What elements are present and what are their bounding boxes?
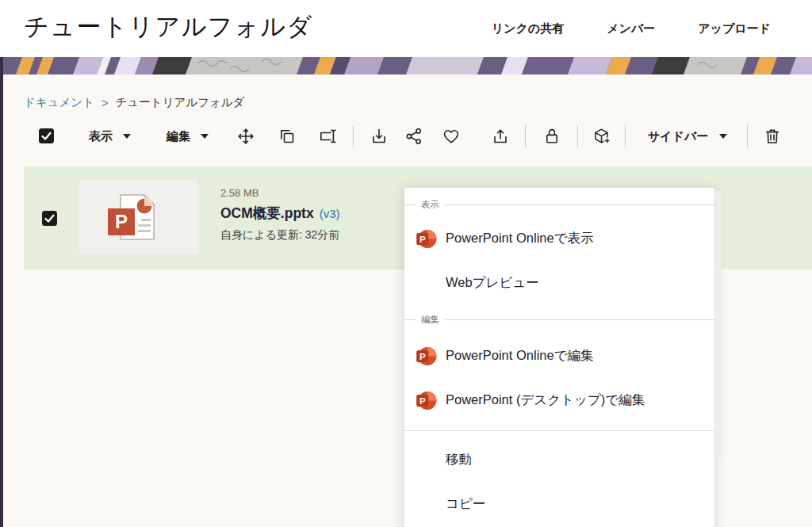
- menu-item-web-preview[interactable]: Webプレビュー: [404, 261, 714, 305]
- file-version-link[interactable]: (v3): [320, 207, 340, 220]
- view-dropdown-label: 表示: [89, 129, 113, 144]
- trash-icon[interactable]: [763, 127, 782, 146]
- svg-text:P: P: [419, 395, 426, 405]
- upload-icon[interactable]: [491, 127, 510, 146]
- decorative-banner: [0, 57, 812, 74]
- file-thumbnail[interactable]: P: [79, 180, 198, 254]
- powerpoint-file-icon: P: [103, 191, 174, 243]
- menu-section-view: 表示: [404, 193, 714, 216]
- menu-scrollbar-thumb[interactable]: [715, 190, 722, 458]
- toolbar-divider: [525, 125, 526, 147]
- breadcrumb-separator: >: [102, 97, 108, 109]
- download-icon[interactable]: [370, 127, 389, 146]
- svg-text:P: P: [419, 234, 426, 243]
- rename-icon[interactable]: [318, 127, 337, 146]
- menu-item-label: PowerPoint Onlineで編集: [446, 347, 594, 365]
- menu-item-label: PowerPoint Onlineで表示: [446, 230, 594, 247]
- menu-item-ppt-desktop-edit[interactable]: P PowerPoint (デスクトップ)で編集: [404, 378, 714, 422]
- menu-item-ppt-online-edit[interactable]: P PowerPoint Onlineで編集: [404, 334, 714, 378]
- sidebar-dropdown-label: サイドバー: [648, 129, 708, 144]
- toolbar-divider: [577, 125, 578, 147]
- powerpoint-icon: P: [416, 346, 437, 367]
- banner-pattern-image: [0, 57, 812, 74]
- menu-item-move[interactable]: 移動: [404, 437, 714, 482]
- members-button[interactable]: メンバー: [607, 21, 655, 36]
- chevron-down-icon: [719, 134, 727, 139]
- breadcrumb-root-link[interactable]: ドキュメント: [24, 95, 94, 110]
- powerpoint-icon: P: [416, 228, 437, 250]
- menu-item-copy[interactable]: コピー: [404, 482, 714, 526]
- menu-item-label: Webプレビュー: [446, 274, 539, 292]
- lock-icon[interactable]: [542, 127, 561, 146]
- svg-text:P: P: [115, 211, 128, 232]
- toolbar-divider: [353, 125, 354, 147]
- header-nav: リンクの共有 メンバー アップロード: [492, 0, 771, 57]
- toolbar: 表示 編集: [0, 120, 812, 152]
- share-link-button[interactable]: リンクの共有: [492, 21, 564, 36]
- svg-text:P: P: [419, 351, 426, 361]
- menu-item-ppt-online-view[interactable]: P PowerPoint Onlineで表示: [404, 216, 714, 261]
- sidebar-dropdown-button[interactable]: サイドバー: [648, 127, 727, 146]
- page: チュートリアルフォルダ リンクの共有 メンバー アップロード: [0, 0, 812, 527]
- favorite-icon[interactable]: [442, 127, 461, 146]
- view-dropdown-button[interactable]: 表示: [89, 127, 131, 146]
- file-row-checkbox[interactable]: [42, 211, 57, 226]
- menu-divider: [404, 430, 714, 431]
- cube-add-icon[interactable]: [592, 127, 611, 146]
- chevron-down-icon: [201, 134, 209, 139]
- folder-header: チュートリアルフォルダ リンクの共有 メンバー アップロード: [0, 0, 812, 57]
- file-name[interactable]: OCM概要.pptx: [220, 204, 314, 223]
- select-all-checkbox[interactable]: [39, 128, 54, 143]
- menu-item-label: 移動: [446, 451, 472, 468]
- menu-section-edit: 編集: [404, 305, 714, 334]
- file-updated-text: 自身による更新: 32分前: [220, 228, 339, 242]
- share-icon[interactable]: [404, 127, 423, 146]
- menu-section-view-label: 表示: [416, 199, 445, 211]
- context-menu: 表示 P PowerPoint Onlineで表示 Webプレビュー 編集 P: [404, 188, 714, 527]
- left-accent-bar: [0, 57, 3, 527]
- chevron-down-icon: [123, 134, 131, 139]
- move-icon[interactable]: [236, 127, 255, 146]
- toolbar-divider: [747, 125, 748, 147]
- folder-title: チュートリアルフォルダ: [24, 10, 313, 44]
- upload-nav-button[interactable]: アップロード: [698, 21, 771, 36]
- file-size: 2.58 MB: [220, 187, 339, 199]
- edit-dropdown-button[interactable]: 編集: [167, 127, 209, 146]
- edit-dropdown-label: 編集: [167, 129, 190, 144]
- powerpoint-icon: P: [416, 390, 437, 411]
- breadcrumb-current: チュートリアルフォルダ: [116, 95, 245, 110]
- copy-icon[interactable]: [278, 127, 297, 146]
- toolbar-divider: [625, 125, 626, 147]
- menu-item-label: コピー: [446, 495, 485, 513]
- breadcrumb: ドキュメント > チュートリアルフォルダ: [24, 95, 244, 110]
- menu-item-label: PowerPoint (デスクトップ)で編集: [446, 391, 645, 409]
- file-meta: 2.58 MB OCM概要.pptx (v3) 自身による更新: 32分前: [220, 187, 339, 242]
- menu-section-edit-label: 編集: [416, 314, 445, 326]
